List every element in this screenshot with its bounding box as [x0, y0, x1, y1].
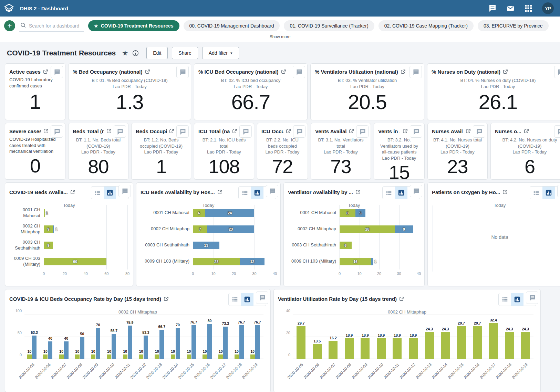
bar[interactable]: [361, 338, 370, 359]
bar-segment[interactable]: 8: [340, 209, 355, 217]
comments-button[interactable]: [239, 125, 252, 138]
new-dashboard-button[interactable]: +: [4, 20, 15, 31]
bar[interactable]: [80, 337, 84, 359]
comments-button[interactable]: [410, 125, 422, 138]
bar-segment[interactable]: [371, 258, 373, 265]
bar[interactable]: [505, 332, 514, 359]
dashboard-chip[interactable]: 01. COVID-19 Surveillance (Tracker): [284, 20, 374, 31]
bar[interactable]: [313, 344, 322, 359]
bar[interactable]: [43, 354, 48, 359]
chart-view-button[interactable]: [395, 187, 407, 199]
chart-view-button[interactable]: [241, 293, 253, 306]
bar[interactable]: [96, 328, 100, 359]
dashboard-chip[interactable]: 03. EPICURVE by Province: [478, 20, 549, 31]
bar[interactable]: [457, 326, 466, 359]
bar[interactable]: [250, 354, 255, 359]
comments-button[interactable]: [557, 185, 560, 197]
comments-button[interactable]: [293, 125, 305, 138]
bar[interactable]: [329, 341, 338, 359]
comments-button[interactable]: [526, 292, 538, 304]
comments-button[interactable]: [114, 125, 126, 138]
bar[interactable]: [223, 327, 228, 359]
bar[interactable]: [176, 328, 180, 359]
bar[interactable]: [441, 332, 450, 359]
bar[interactable]: [425, 332, 434, 359]
bar[interactable]: [59, 354, 64, 359]
bar-segment[interactable]: 12: [240, 258, 265, 265]
chart-view-button[interactable]: [511, 293, 523, 306]
bar[interactable]: [207, 324, 212, 359]
bar[interactable]: [64, 341, 69, 359]
bar-segment[interactable]: 7: [193, 225, 207, 233]
comments-button[interactable]: [51, 66, 63, 78]
comments-button[interactable]: [176, 125, 189, 138]
chart-view-button[interactable]: [542, 187, 555, 199]
bar-segment[interactable]: 9: [44, 242, 53, 249]
bar-segment[interactable]: [53, 225, 54, 233]
bar[interactable]: [393, 338, 402, 359]
bar[interactable]: [123, 354, 127, 359]
bar[interactable]: [32, 336, 37, 359]
bar[interactable]: [203, 354, 207, 359]
bar-segment[interactable]: [44, 209, 45, 217]
comments-button[interactable]: [410, 185, 422, 197]
bar-segment[interactable]: 16: [340, 258, 371, 265]
bar[interactable]: [235, 354, 239, 359]
apps-grid-icon[interactable]: [524, 4, 532, 12]
bar[interactable]: [139, 354, 143, 359]
add-filter-button[interactable]: Add filter ▾: [202, 47, 239, 59]
dashboard-chip[interactable]: 02. COVID-19 Case Mapping (Tracker): [378, 20, 474, 31]
bar-segment[interactable]: 28: [340, 225, 395, 233]
bar[interactable]: [75, 354, 80, 359]
dhis2-logo-icon[interactable]: [0, 0, 18, 17]
bar[interactable]: [171, 354, 175, 359]
bar-segment[interactable]: 9: [395, 225, 413, 233]
bar[interactable]: [255, 325, 260, 359]
bar[interactable]: [345, 338, 354, 359]
comments-button[interactable]: [293, 66, 305, 78]
dashboard-chip[interactable]: ★COVID-19 Treatment Resources: [88, 20, 179, 31]
table-view-button[interactable]: [530, 187, 542, 199]
bar[interactable]: [155, 354, 159, 359]
bar-segment[interactable]: 13: [193, 242, 219, 249]
comments-button[interactable]: [473, 125, 485, 138]
bar[interactable]: [409, 338, 418, 359]
bar-segment[interactable]: 9: [44, 225, 53, 233]
bar[interactable]: [91, 354, 95, 359]
bar-segment[interactable]: 6: [193, 209, 205, 217]
table-view-button[interactable]: [239, 187, 251, 199]
bar[interactable]: [187, 354, 191, 359]
bar[interactable]: [48, 341, 52, 359]
messages-icon[interactable]: [488, 4, 497, 12]
dashboard-chip[interactable]: 00. COVID-19 Management Dashboard: [184, 20, 280, 31]
bar[interactable]: [521, 332, 530, 359]
table-view-button[interactable]: [229, 293, 241, 306]
comments-button[interactable]: [256, 292, 268, 304]
bar-segment[interactable]: 5: [355, 209, 365, 217]
bar[interactable]: [473, 326, 482, 359]
bar[interactable]: [489, 323, 498, 359]
comments-button[interactable]: [118, 185, 131, 197]
bar[interactable]: [191, 325, 196, 359]
bar[interactable]: [159, 330, 164, 359]
comments-button[interactable]: [266, 185, 278, 197]
bar-segment[interactable]: 23: [193, 258, 240, 265]
dashboard-search[interactable]: Search for a dashboard: [19, 20, 84, 32]
comments-button[interactable]: [409, 66, 422, 78]
mail-icon[interactable]: [506, 4, 515, 12]
comments-button[interactable]: [176, 66, 189, 78]
comments-button[interactable]: [554, 125, 560, 138]
chart-view-button[interactable]: [104, 187, 116, 199]
bar[interactable]: [107, 354, 111, 359]
table-view-button[interactable]: [91, 187, 104, 199]
comments-button[interactable]: [554, 66, 560, 78]
comments-button[interactable]: [51, 125, 63, 138]
bar-segment[interactable]: 6: [340, 242, 352, 249]
bar-segment[interactable]: 24: [205, 209, 255, 217]
bar[interactable]: [144, 336, 148, 359]
show-more-link[interactable]: Show more: [3, 32, 557, 42]
bar[interactable]: [297, 326, 305, 359]
bar[interactable]: [112, 334, 116, 359]
bar[interactable]: [128, 326, 132, 359]
table-view-button[interactable]: [499, 293, 511, 306]
